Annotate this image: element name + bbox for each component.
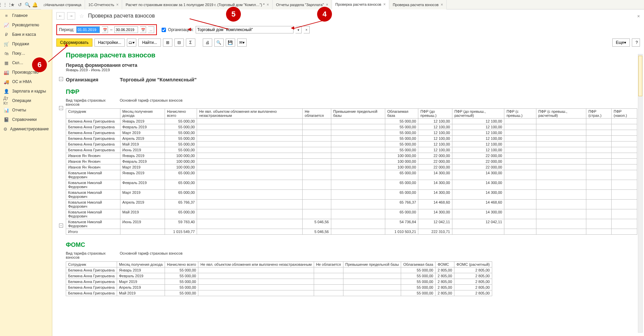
period-select-button[interactable]: ...: [148, 26, 154, 33]
sidebar-icon: Дт Кт: [3, 98, 9, 103]
table-cell: 14 300,00: [452, 170, 504, 180]
table-cell: Июнь 2019: [120, 147, 165, 153]
table-cell: [504, 153, 536, 159]
preview-button[interactable]: 🔍: [214, 38, 224, 47]
home-icon: ⌂: [43, 3, 46, 7]
table-cell: Январь 2019: [120, 119, 165, 124]
table-cell: 65 000,00: [385, 190, 418, 200]
table-header: ПФР (с превыш., расчетный): [536, 109, 586, 119]
table-row: Белкина Анна ГригорьевнаМай 201955 000,0…: [66, 290, 492, 296]
arrow-icon: [65, 43, 68, 47]
date-to-input[interactable]: [114, 26, 138, 33]
find-button[interactable]: Найти...: [138, 38, 161, 47]
sidebar-item[interactable]: 📓Справочники: [0, 115, 52, 124]
collapse-button[interactable]: ⊟: [174, 38, 184, 47]
save-button[interactable]: 💾: [226, 38, 235, 47]
sidebar-item[interactable]: 🚚ОС и НМА: [0, 77, 52, 86]
table-cell: [612, 170, 637, 180]
table-cell: 55 000,00: [165, 124, 197, 130]
table-cell: Белкина Анна Григорьевна: [66, 136, 120, 141]
email-button[interactable]: ✉▾: [237, 38, 247, 47]
table-cell: 65 000,00: [165, 190, 197, 200]
report-org-value: Торговый дом "Комплексный": [120, 77, 197, 82]
table-cell: [504, 219, 536, 229]
table-cell: [198, 273, 314, 279]
table-cell: [612, 119, 637, 124]
table-cell: 12 100,00: [418, 124, 452, 130]
sidebar-item[interactable]: 📊Отчеты: [0, 105, 52, 115]
table-cell: 55 000,00: [385, 147, 418, 153]
sidebar-item[interactable]: ₽Банк и касса: [0, 30, 52, 39]
table-cell: [504, 119, 536, 124]
table-cell: [612, 200, 637, 209]
table-header: Не облагается: [303, 109, 331, 119]
nav-forward-button[interactable]: →: [67, 12, 75, 20]
table-cell: 65 000,00: [385, 209, 418, 219]
table-row: Иванов Ян ЯновичМарт 2019100 000,00100 0…: [66, 164, 637, 170]
collapse-toggle[interactable]: −: [59, 224, 63, 228]
sum-button[interactable]: Σ: [186, 38, 195, 47]
table-cell: [586, 141, 612, 147]
bell-icon[interactable]: 🔔: [31, 1, 38, 8]
table-cell: 55 000,00: [165, 279, 198, 285]
table-cell: [303, 124, 331, 130]
table-cell: Февраль 2019: [120, 159, 165, 164]
date-from-input[interactable]: [76, 26, 100, 33]
sidebar-item[interactable]: ⚙Администрирование: [0, 124, 52, 134]
date-from-calendar-icon[interactable]: 📅: [102, 26, 108, 33]
table-cell: [331, 130, 385, 136]
scrollbar[interactable]: [638, 54, 643, 333]
table-header: Превышение предельной базы: [343, 262, 401, 267]
variant-button[interactable]: 🗂▾: [127, 38, 136, 47]
history-icon[interactable]: ↺: [16, 1, 24, 8]
help-button[interactable]: ?: [632, 38, 640, 47]
arrow-icon: [188, 28, 191, 31]
table-cell: 55 000,00: [165, 267, 198, 273]
table-cell: [303, 164, 331, 170]
more-button[interactable]: Еще ▾: [612, 38, 630, 47]
star-icon[interactable]: ★: [9, 1, 16, 8]
collapse-toggle[interactable]: −: [59, 77, 63, 81]
main-area: ← → ☆ Проверка расчета взносов × Период:…: [52, 0, 644, 336]
table-cell: [536, 209, 586, 219]
table-cell: [343, 273, 401, 279]
sidebar-item[interactable]: Дт КтОперации: [0, 96, 52, 105]
date-to-calendar-icon[interactable]: 📅: [140, 26, 146, 33]
table-cell: [612, 130, 637, 136]
table-cell: 55 000,00: [401, 267, 436, 273]
table-cell: [504, 200, 536, 209]
table-row: Ковальков Николай ФедоровичИюнь 201959 7…: [66, 219, 637, 229]
org-clear-button[interactable]: ×: [304, 26, 310, 33]
table-cell: [504, 130, 536, 136]
table-cell: [198, 285, 314, 290]
generate-button[interactable]: Сформировать: [56, 38, 92, 47]
table-cell: 12 100,00: [452, 147, 504, 153]
table-cell: 14 300,00: [418, 190, 452, 200]
sidebar-label: Главное: [12, 13, 28, 18]
sidebar-item[interactable]: 🛒Продажи: [0, 39, 52, 49]
table-cell: [198, 267, 314, 273]
annotation-5: 5: [226, 7, 241, 22]
table-row: Иванов Ян ЯновичФевраль 2019100 000,0010…: [66, 159, 637, 164]
print-button[interactable]: 🖨: [203, 38, 212, 47]
sidebar-item[interactable]: 🛍Поку…: [0, 49, 52, 58]
sidebar-item[interactable]: ≡Главное: [0, 11, 52, 20]
org-checkbox[interactable]: [162, 28, 166, 32]
expand-button[interactable]: ⊞: [163, 38, 172, 47]
table-cell: 2 805,00: [436, 285, 454, 290]
sidebar-icon: ▦: [3, 60, 9, 66]
org-select[interactable]: [196, 26, 293, 33]
sidebar-icon: ⚙: [3, 126, 7, 132]
sidebar-item[interactable]: 📈Руководителю: [0, 20, 52, 30]
table-cell: 2 805,00: [436, 273, 454, 279]
sidebar-label: Поку…: [12, 51, 25, 56]
close-page-button[interactable]: ×: [637, 14, 640, 19]
collapse-toggle[interactable]: −: [59, 106, 63, 110]
settings-button[interactable]: Настройки...: [94, 38, 125, 47]
sidebar-item[interactable]: 👤Зарплата и кадры: [0, 86, 52, 96]
nav-back-button[interactable]: ←: [56, 12, 64, 20]
favorite-icon[interactable]: ☆: [79, 13, 84, 19]
table-cell: [197, 136, 303, 141]
apps-icon[interactable]: ⋮⋮⋮: [1, 1, 9, 8]
search-icon[interactable]: 🔍: [24, 1, 31, 8]
